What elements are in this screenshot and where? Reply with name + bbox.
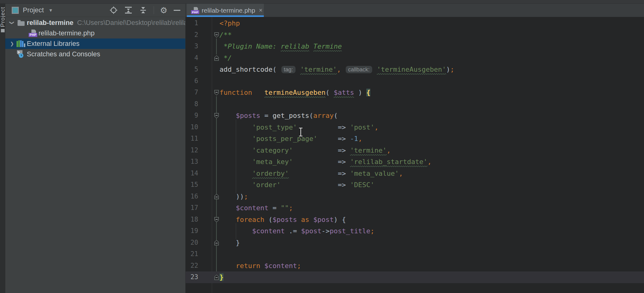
code-line-16[interactable]: 16 )); xyxy=(186,191,644,203)
code-text: function termineAusgeben( $atts ) { xyxy=(219,87,370,98)
code-line-13[interactable]: 13 'meta_key' => 'relilab_startdate', xyxy=(186,156,644,168)
code-line-21[interactable]: 21 xyxy=(186,248,644,260)
tree-row-root[interactable]: ❯relilab-termineC:\Users\Daniel\Desktop\… xyxy=(5,18,185,28)
tree-row-external-libraries[interactable]: ❯External Libraries xyxy=(5,38,185,49)
code-line-19[interactable]: 19 $content .= $post->post_title; xyxy=(186,225,644,237)
fold-column xyxy=(200,260,219,272)
code-line-11[interactable]: 11 'posts_per_page' => -1, xyxy=(186,133,644,145)
fold-start-icon[interactable] xyxy=(214,217,219,223)
code-text: } xyxy=(219,271,223,283)
parameter-hint: callback: xyxy=(346,66,372,73)
project-panel-title[interactable]: Project xyxy=(23,6,44,14)
fold-start-icon[interactable] xyxy=(214,32,219,38)
parameter-hint: tag: xyxy=(281,66,296,73)
ide-window: Project Project ▾ xyxy=(0,0,644,293)
line-number: 12 xyxy=(186,145,200,156)
code-line-22[interactable]: 22 return $content; xyxy=(186,260,644,272)
line-number: 10 xyxy=(186,122,200,133)
code-line-10[interactable]: 10 'post_type' => 'post', xyxy=(186,122,644,133)
code-line-7[interactable]: 7function termineAusgeben( $atts ) { xyxy=(186,87,644,98)
code-text: 'orderby' => 'meta_value', xyxy=(219,168,403,179)
fold-column xyxy=(200,191,219,203)
code-text: *Plugin Name: relilab Termine xyxy=(219,41,342,52)
fold-column xyxy=(200,52,219,64)
hide-panel-icon[interactable] xyxy=(174,10,180,11)
fold-end-icon[interactable] xyxy=(214,275,219,280)
line-number: 6 xyxy=(186,75,200,87)
tree-item-label: relilab-termine xyxy=(27,19,74,27)
settings-gear-icon[interactable]: ⚙ xyxy=(160,6,167,14)
tree-item-label: External Libraries xyxy=(27,40,79,48)
line-number: 11 xyxy=(186,133,200,145)
code-text: } xyxy=(219,237,240,249)
project-tree: ❯relilab-termineC:\Users\Daniel\Desktop\… xyxy=(5,18,185,59)
fold-end-icon[interactable] xyxy=(214,194,219,199)
fold-column xyxy=(200,122,219,133)
toolbar-separator xyxy=(154,6,154,14)
project-panel: Project ▾ xyxy=(5,4,186,293)
code-line-23[interactable]: 23} xyxy=(186,271,644,283)
tool-window-square-icon[interactable] xyxy=(1,29,5,32)
fold-column xyxy=(200,98,219,110)
code-line-9[interactable]: 9 $posts = get_posts(array( xyxy=(186,110,644,122)
expand-all-icon[interactable] xyxy=(124,6,133,14)
tab-label: relilab-termine.php xyxy=(202,7,255,14)
code-line-17[interactable]: 17 $content = ""; xyxy=(186,202,644,214)
code-line-18[interactable]: 18 foreach ($posts as $post) { xyxy=(186,214,644,226)
code-text: 'category' => 'termine', xyxy=(219,145,391,156)
line-number: 19 xyxy=(186,225,200,237)
code-line-2[interactable]: 2/** xyxy=(186,29,644,41)
fold-column xyxy=(200,271,219,283)
fold-column xyxy=(200,168,219,179)
fold-column xyxy=(200,18,219,29)
line-number: 23 xyxy=(186,271,200,283)
line-number: 15 xyxy=(186,179,200,191)
code-line-3[interactable]: 3 *Plugin Name: relilab Termine xyxy=(186,41,644,52)
line-number: 18 xyxy=(186,214,200,226)
chevron-down-icon[interactable]: ▾ xyxy=(49,7,52,14)
php-file-icon: PHP xyxy=(191,7,199,14)
fold-start-icon[interactable] xyxy=(214,90,219,95)
scratches-icon: > xyxy=(17,50,25,58)
chevron-right-icon[interactable]: ❯ xyxy=(8,41,16,46)
fold-column xyxy=(200,179,219,191)
tree-row-file[interactable]: PHPrelilab-termine.php xyxy=(5,28,185,38)
line-number: 1 xyxy=(186,18,200,29)
code-line-14[interactable]: 14 'orderby' => 'meta_value', xyxy=(186,168,644,179)
fold-column xyxy=(200,156,219,168)
php-file-icon: PHP xyxy=(29,30,37,37)
collapse-all-icon[interactable] xyxy=(139,6,147,14)
code-line-15[interactable]: 15 'order' => 'DESC' xyxy=(186,179,644,191)
fold-end-icon[interactable] xyxy=(214,240,219,246)
fold-end-icon[interactable] xyxy=(214,55,219,61)
chevron-down-icon[interactable]: ❯ xyxy=(8,20,16,26)
code-line-8[interactable]: 8 xyxy=(186,98,644,110)
line-number: 13 xyxy=(186,156,200,168)
code-text: foreach ($posts as $post) { xyxy=(219,214,346,226)
code-line-5[interactable]: 5add_shortcode( tag: 'termine', callback… xyxy=(186,64,644,75)
code-text: return $content; xyxy=(219,260,301,272)
code-line-12[interactable]: 12 'category' => 'termine', xyxy=(186,145,644,156)
code-text: <?php xyxy=(219,18,240,29)
tree-row-scratches[interactable]: >Scratches and Consoles xyxy=(5,49,185,59)
code-line-4[interactable]: 4 */ xyxy=(186,52,644,64)
project-view-icon xyxy=(12,7,19,14)
fold-column xyxy=(200,214,219,226)
code-line-6[interactable]: 6 xyxy=(186,75,644,87)
code-text: )); xyxy=(219,191,248,203)
tree-item-label: relilab-termine.php xyxy=(38,29,95,37)
fold-column xyxy=(200,75,219,87)
editor-body[interactable]: 1<?php2/**3 *Plugin Name: relilab Termin… xyxy=(186,17,644,293)
locate-file-icon[interactable] xyxy=(109,6,118,14)
window-title-strip xyxy=(0,0,644,4)
code-text: $posts = get_posts(array( xyxy=(219,110,338,122)
fold-start-icon[interactable] xyxy=(214,113,219,118)
line-number: 8 xyxy=(186,98,200,110)
code-text: */ xyxy=(219,52,232,64)
fold-column xyxy=(200,110,219,122)
code-text: $content = ""; xyxy=(219,202,293,214)
editor-tab-relilab-termine[interactable]: PHP relilab-termine.php × xyxy=(187,4,264,17)
tab-close-icon[interactable]: × xyxy=(259,7,263,14)
code-line-1[interactable]: 1<?php xyxy=(186,18,644,29)
code-line-20[interactable]: 20 } xyxy=(186,237,644,249)
